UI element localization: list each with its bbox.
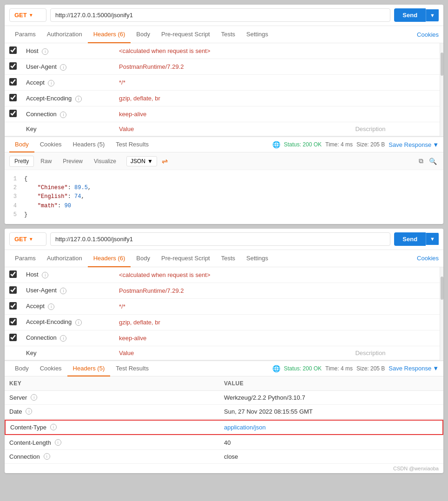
send-main-btn-1[interactable]: Send <box>394 8 426 22</box>
tab-body-1[interactable]: Body <box>131 26 156 43</box>
fmt-preview-1[interactable]: Preview <box>58 156 87 166</box>
checkbox-conn-1[interactable] <box>9 110 17 117</box>
resp-tab-testresults-1[interactable]: Test Results <box>110 137 154 152</box>
tab-prerequest-1[interactable]: Pre-request Script <box>156 26 216 43</box>
tab-params-2[interactable]: Params <box>9 250 41 267</box>
resp-tab-cookies-2[interactable]: Cookies <box>34 361 67 376</box>
code-line-3: 3 "English": 74, <box>9 192 439 201</box>
vthumb-1 <box>441 53 443 76</box>
checkbox-acceptenc-1[interactable] <box>9 94 17 101</box>
method-chevron-2: ▼ <box>29 237 33 242</box>
save-response-btn-1[interactable]: Save Response ▼ <box>389 141 439 148</box>
method-select-2[interactable]: GET ▼ <box>9 232 46 246</box>
checkbox-useragent-2[interactable] <box>9 286 17 294</box>
info-icon-ct[interactable]: i <box>50 424 57 430</box>
resp-row-connection: Connection i close <box>5 450 443 464</box>
cookies-link-1[interactable]: Cookies <box>417 26 439 43</box>
checkbox-acceptenc-2[interactable] <box>9 318 17 325</box>
code-content-3: "English": 74, <box>24 192 85 201</box>
save-response-btn-2[interactable]: Save Response ▼ <box>389 365 439 372</box>
send-arrow-btn-2[interactable]: ▼ <box>426 233 439 245</box>
format-tabs-1: Pretty Raw Preview Visualize JSON ▼ ⇌ ⧉ … <box>5 152 443 170</box>
resp-val-date: Sun, 27 Nov 2022 08:15:55 GMT <box>224 408 439 415</box>
resp-tab-headers-1[interactable]: Headers (5) <box>67 137 111 152</box>
resp-tab-body-1[interactable]: Body <box>9 137 34 152</box>
send-main-btn-2[interactable]: Send <box>394 232 426 246</box>
fmt-raw-1[interactable]: Raw <box>36 156 56 166</box>
checkbox-conn-2[interactable] <box>9 334 17 341</box>
placeholder-key-2: Key <box>21 346 114 360</box>
vscroll-headers-2[interactable] <box>440 267 443 360</box>
fmt-pretty-1[interactable]: Pretty <box>9 156 34 167</box>
info-icon-ua-2[interactable]: i <box>60 288 66 294</box>
panel-2: GET ▼ Send ▼ Params Authorization Header… <box>5 229 443 473</box>
resp-tab-testresults-2[interactable]: Test Results <box>110 361 154 376</box>
method-label-2: GET <box>14 236 27 243</box>
wrap-icon-1[interactable]: ⇌ <box>162 157 168 165</box>
info-icon-conn-1[interactable]: i <box>60 112 66 118</box>
linenum-2: 2 <box>9 184 17 192</box>
header-row: Connection i keep-alive <box>5 330 443 346</box>
tab-headers-1[interactable]: Headers (6) <box>88 26 131 43</box>
checkbox-accept-2[interactable] <box>9 302 17 310</box>
url-bar-2: GET ▼ Send ▼ <box>5 229 443 250</box>
key-conn-2: Connection i <box>21 330 114 346</box>
send-arrow-btn-1[interactable]: ▼ <box>426 9 439 21</box>
info-icon-conn-resp[interactable]: i <box>44 453 50 460</box>
watermark: CSDN @wenxiaoba <box>5 464 443 473</box>
tab-params-1[interactable]: Params <box>9 26 41 43</box>
send-btn-2: Send ▼ <box>394 232 439 246</box>
code-area-1: 1 { 2 "Chinese": 89.5, 3 "English": 74, … <box>5 170 443 224</box>
resp-val-server: Werkzeug/2.2.2 Python/3.10.7 <box>224 394 439 401</box>
checkbox-useragent-1[interactable] <box>9 62 17 70</box>
resp-tab-cookies-1[interactable]: Cookies <box>34 137 67 152</box>
linenum-4: 4 <box>9 202 17 211</box>
placeholder-desc-2: Description <box>350 346 443 360</box>
info-icon-date[interactable]: i <box>26 408 32 415</box>
resp-tab-headers-2[interactable]: Headers (5) <box>67 361 111 376</box>
resp-tab-body-2[interactable]: Body <box>9 361 34 376</box>
tab-authorization-1[interactable]: Authorization <box>41 26 88 43</box>
tab-tests-2[interactable]: Tests <box>216 250 241 267</box>
info-icon-conn-2[interactable]: i <box>60 335 66 342</box>
tab-body-2[interactable]: Body <box>131 250 156 267</box>
cookies-link-2[interactable]: Cookies <box>417 250 439 266</box>
info-icon-accept-2[interactable]: i <box>48 303 54 310</box>
headers-scroll-1: Host i <calculated when request is sent>… <box>5 43 443 136</box>
resp-table-header: KEY VALUE <box>5 376 443 391</box>
checkbox-host-2[interactable] <box>9 270 17 278</box>
url-input-2[interactable] <box>50 232 390 246</box>
placeholder-desc-1: Description <box>350 122 443 136</box>
val-host-1: <calculated when request is sent> <box>114 43 350 59</box>
vscroll-headers-1[interactable] <box>440 43 443 136</box>
info-icon-host-2[interactable]: i <box>42 272 48 278</box>
headers-table-2: Host i <calculated when request is sent>… <box>5 267 443 360</box>
info-icon-server[interactable]: i <box>31 394 37 401</box>
fmt-visualize-1[interactable]: Visualize <box>89 156 121 166</box>
time-text-1: Time: 4 ms <box>325 141 353 148</box>
copy-icon-1[interactable]: ⧉ <box>417 155 425 167</box>
url-input-1[interactable] <box>50 8 390 22</box>
save-response-label-2: Save Response <box>389 365 431 372</box>
tab-settings-1[interactable]: Settings <box>241 26 274 43</box>
tab-settings-2[interactable]: Settings <box>241 250 274 267</box>
send-btn-1: Send ▼ <box>394 8 439 22</box>
json-select-1[interactable]: JSON ▼ <box>126 156 157 166</box>
search-icon-1[interactable]: 🔍 <box>427 156 439 167</box>
info-icon-ae-2[interactable]: i <box>75 319 82 326</box>
info-icon-host-1[interactable]: i <box>42 48 48 55</box>
tab-prerequest-2[interactable]: Pre-request Script <box>156 250 216 267</box>
method-select-1[interactable]: GET ▼ <box>9 8 46 22</box>
checkbox-host-1[interactable] <box>9 46 17 54</box>
info-icon-ua-1[interactable]: i <box>60 64 66 71</box>
resp-row-server: Server i Werkzeug/2.2.2 Python/3.10.7 <box>5 391 443 405</box>
info-icon-ae-1[interactable]: i <box>75 96 82 102</box>
info-icon-cl[interactable]: i <box>55 439 61 446</box>
info-icon-accept-1[interactable]: i <box>48 80 54 86</box>
checkbox-accept-1[interactable] <box>9 78 17 86</box>
key-host-2: Host i <box>21 267 114 283</box>
tab-headers-2[interactable]: Headers (6) <box>88 250 131 267</box>
header-row: Host i <calculated when request is sent> <box>5 267 443 283</box>
tab-tests-1[interactable]: Tests <box>216 26 241 43</box>
tab-authorization-2[interactable]: Authorization <box>41 250 88 267</box>
